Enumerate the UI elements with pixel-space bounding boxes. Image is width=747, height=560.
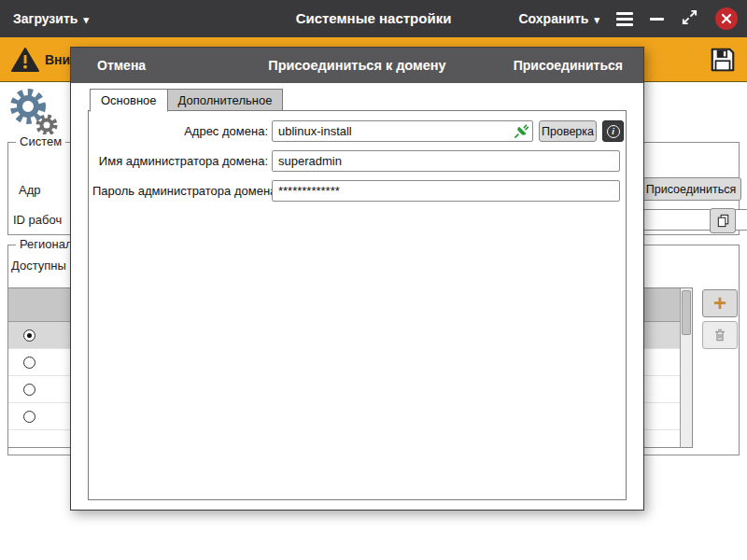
add-language-button[interactable]: + bbox=[702, 289, 738, 317]
load-menu-button[interactable]: Загрузить ▾ bbox=[13, 0, 89, 37]
top-toolbar: Загрузить ▾ Системные настройки Сохранит… bbox=[0, 0, 747, 37]
address-label: Адр bbox=[19, 183, 41, 197]
dialog-tabs: Основное Дополнительное bbox=[90, 89, 283, 111]
dialog-header: Отмена Присоединиться к домену Присоедин… bbox=[71, 48, 643, 83]
save-menu-label: Сохранить bbox=[519, 11, 589, 26]
connection-ok-plug-icon bbox=[514, 123, 529, 139]
expand-arrows-icon bbox=[681, 8, 698, 26]
info-icon: i bbox=[607, 125, 620, 138]
regional-groupbox-legend: Регионал bbox=[16, 237, 77, 251]
admin-password-input[interactable] bbox=[272, 180, 620, 202]
domain-address-row: Адрес домена: Проверка i bbox=[89, 120, 626, 142]
domain-address-input[interactable] bbox=[272, 120, 533, 142]
close-button[interactable] bbox=[715, 7, 738, 30]
copy-button[interactable] bbox=[710, 208, 736, 233]
radio-button-checked[interactable] bbox=[23, 329, 35, 342]
close-icon bbox=[721, 13, 732, 24]
tab-additional[interactable]: Дополнительное bbox=[168, 89, 284, 111]
available-languages-label: Доступны bbox=[11, 259, 66, 273]
app-window: Загрузить ▾ Системные настройки Сохранит… bbox=[0, 0, 747, 560]
copy-icon bbox=[716, 214, 730, 228]
info-button[interactable]: i bbox=[602, 120, 624, 142]
chevron-down-icon: ▾ bbox=[594, 14, 599, 26]
remove-language-button[interactable] bbox=[702, 321, 738, 349]
hamburger-menu-icon[interactable] bbox=[616, 12, 633, 26]
radio-button[interactable] bbox=[23, 357, 35, 369]
topbar-actions: Сохранить ▾ bbox=[519, 0, 739, 37]
table-scrollbar[interactable] bbox=[680, 288, 692, 447]
tab-basic[interactable]: Основное bbox=[90, 89, 168, 112]
check-button[interactable]: Проверка bbox=[539, 120, 597, 142]
domain-address-label: Адрес домена: bbox=[92, 120, 268, 142]
warning-icon bbox=[11, 47, 39, 73]
floppy-save-icon bbox=[709, 45, 737, 75]
save-menu-button[interactable]: Сохранить ▾ bbox=[519, 11, 600, 26]
dialog-cancel-button[interactable]: Отмена bbox=[97, 48, 146, 83]
minimize-button[interactable] bbox=[650, 18, 664, 21]
trash-icon bbox=[712, 328, 727, 343]
admin-name-label: Имя администратора домена: bbox=[92, 150, 268, 172]
load-menu-label: Загрузить bbox=[13, 11, 78, 26]
workstation-id-label: ID рабоч bbox=[13, 213, 62, 227]
system-groupbox-legend: Систем bbox=[16, 134, 65, 148]
chevron-down-icon: ▾ bbox=[83, 14, 89, 26]
join-domain-dialog: Отмена Присоединиться к домену Присоедин… bbox=[70, 47, 644, 511]
join-domain-button[interactable]: Присоединиться bbox=[641, 177, 741, 201]
radio-button[interactable] bbox=[23, 411, 35, 423]
dialog-panel: Адрес домена: Проверка i bbox=[88, 110, 627, 500]
admin-password-row: Пароль администратора домена: bbox=[89, 180, 626, 202]
radio-button[interactable] bbox=[23, 384, 35, 396]
admin-name-row: Имя администратора домена: bbox=[89, 150, 626, 172]
admin-name-input[interactable] bbox=[272, 150, 620, 172]
scrollbar-thumb[interactable] bbox=[682, 290, 691, 335]
fullscreen-button[interactable] bbox=[681, 8, 698, 30]
dialog-join-button[interactable]: Присоединиться bbox=[514, 48, 623, 83]
banner-save-button[interactable] bbox=[706, 42, 740, 77]
admin-password-label: Пароль администратора домена: bbox=[92, 180, 268, 202]
